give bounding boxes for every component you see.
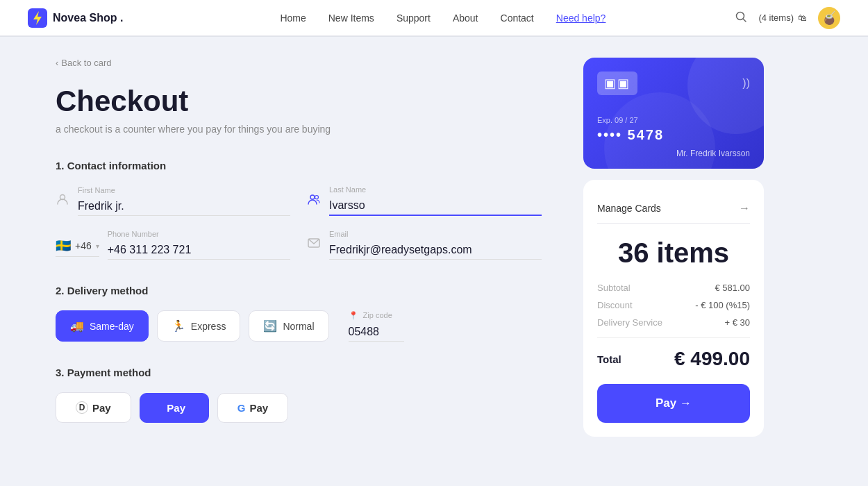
payment-section-title: 3. Payment method [56,367,542,378]
svg-point-6 [315,195,319,199]
name-row: First Name [56,185,542,216]
truck-icon: 🚚 [70,319,84,333]
checkout-title: Checkout [56,85,542,118]
dpay-icon: D [76,401,88,414]
express-icon: 🏃 [172,319,185,333]
subtotal-value: € 581.00 [715,283,750,293]
dropdown-chevron: ▾ [96,242,99,250]
delivery-service-label: Delivery Service [597,317,662,328]
nav-need-help[interactable]: Need help? [556,12,606,24]
email-wrap: Email [307,230,542,260]
user-avatar[interactable]: 🧉 [818,7,840,29]
left-section: ‹ Back to card Checkout a checkout is a … [56,58,542,458]
phone-label: Phone Number [108,230,290,238]
last-name-field: Last Name [329,185,542,216]
cart-button[interactable]: (4 items) 🛍 [758,12,807,23]
first-name-field: First Name [78,186,290,216]
first-name-label: First Name [78,186,290,194]
summary-divider [597,337,750,338]
country-select[interactable]: 🇸🇪 +46 ▾ [56,233,99,257]
total-value: € 499.00 [674,348,750,370]
cart-label: (4 items) [758,12,794,23]
flag-icon: 🇸🇪 [56,238,71,253]
search-icon[interactable] [735,10,747,26]
last-name-label: Last Name [329,185,542,194]
payment-options: D Pay Pay G Pay [56,392,542,423]
email-input[interactable] [329,241,542,260]
nav-right: (4 items) 🛍 🧉 [735,7,840,29]
location-icon: 📍 [349,311,358,319]
navbar: Novea Shop . Home New Items Support Abou… [0,0,868,36]
svg-point-5 [310,195,315,199]
back-chevron: ‹ [56,58,58,68]
email-label: Email [329,230,542,238]
card-chip-icon: ▣▣ [597,72,637,95]
discount-row: Discount - € 100 (%15) [597,300,750,310]
brand-icon [28,8,47,28]
brand-logo[interactable]: Novea Shop . [28,8,123,28]
card-expiry: Exp. 09 / 27 [597,116,750,124]
main-content: ‹ Back to card Checkout a checkout is a … [0,37,868,486]
discount-label: Discount [597,300,633,310]
nav-new-items[interactable]: New Items [328,12,374,24]
person-group-icon [307,192,321,210]
nav-support[interactable]: Support [397,12,431,24]
first-name-wrap: First Name [56,186,290,216]
manage-cards-arrow: → [739,202,750,215]
svg-line-3 [744,19,746,22]
email-field: Email [329,230,542,260]
delivery-service-value: + € 30 [724,317,750,328]
discount-value: - € 100 (%15) [695,300,750,310]
zip-input[interactable] [349,323,404,342]
subtotal-label: Subtotal [597,283,631,293]
zip-label: 📍 Zip code [349,311,404,320]
delivery-section: 2. Delivery method 🚚 Same-day 🏃 Express … [56,285,542,342]
svg-point-2 [737,12,744,19]
right-section: ▣▣ )) Exp. 09 / 27 •••• 5478 Mr. Fredrik… [583,58,764,458]
nav-home[interactable]: Home [280,12,306,24]
card-header: ▣▣ )) [597,72,750,95]
delivery-normal[interactable]: 🔄 Normal [249,310,328,342]
delivery-express[interactable]: 🏃 Express [157,310,241,342]
first-name-input[interactable] [78,197,290,216]
gpay-button[interactable]: G Pay [217,393,288,423]
subtotal-row: Subtotal € 581.00 [597,283,750,293]
delivery-row: Delivery Service + € 30 [597,317,750,328]
credit-card: ▣▣ )) Exp. 09 / 27 •••• 5478 Mr. Fredrik… [583,58,764,169]
checkout-subtitle: a checkout is a counter where you pay fo… [56,124,542,135]
manage-cards-label: Manage Cards [597,203,661,214]
phone-wrap: 🇸🇪 +46 ▾ Phone Number [56,230,290,260]
pay-now-button[interactable]: Pay → [597,384,750,423]
contact-section: 1. Contact information First Name [56,160,542,260]
card-wifi-icon: )) [742,77,750,90]
delivery-section-title: 2. Delivery method [56,285,542,296]
nav-links: Home New Items Support About Contact Nee… [151,12,735,24]
phone-field: Phone Number [108,230,290,260]
normal-icon: 🔄 [263,319,277,333]
dpay-button[interactable]: D Pay [56,392,131,423]
person-icon [56,192,69,210]
nav-contact[interactable]: Contact [501,12,534,24]
total-row: Total € 499.00 [597,348,750,370]
google-icon: G [237,402,246,414]
cart-icon: 🛍 [798,12,807,23]
manage-cards-row[interactable]: Manage Cards → [597,194,750,224]
payment-section: 3. Payment method D Pay Pay G Pay [56,367,542,423]
zip-field: 📍 Zip code [349,311,404,342]
phone-email-row: 🇸🇪 +46 ▾ Phone Number [56,230,542,260]
last-name-input[interactable] [329,196,542,216]
delivery-options: 🚚 Same-day 🏃 Express 🔄 Normal 📍 [56,310,542,342]
delivery-same-day[interactable]: 🚚 Same-day [56,310,149,342]
pay-now-label: Pay → [656,396,692,410]
items-count: 36 items [597,237,750,269]
back-link[interactable]: ‹ Back to card [56,58,542,68]
nav-about[interactable]: About [453,12,478,24]
last-name-wrap: Last Name [307,185,542,216]
email-icon [307,236,321,253]
applepay-button[interactable]: Pay [140,393,209,423]
summary-card: Manage Cards → 36 items Subtotal € 581.0… [583,180,764,437]
brand-name: Novea Shop . [53,12,123,24]
total-label: Total [597,353,621,365]
phone-input[interactable] [108,241,290,260]
card-number: •••• 5478 [597,127,750,143]
